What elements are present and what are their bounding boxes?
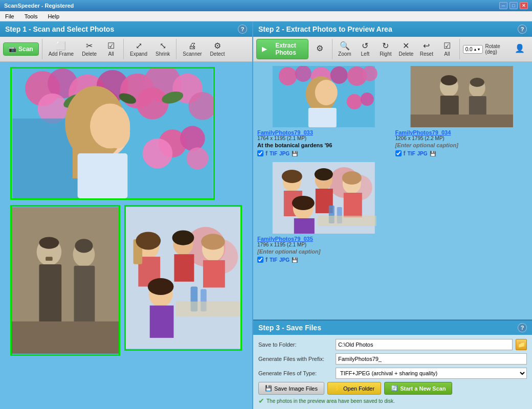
maximize-button[interactable]: □ [509, 2, 518, 9]
save-folder-input[interactable] [336, 339, 513, 350]
tif-badge-3[interactable]: TIF [270, 257, 277, 263]
save-content: Save to Folder: 📁 Generate Files with Pr… [253, 335, 532, 409]
download-icon-3[interactable]: 💾 [292, 257, 298, 263]
file-type-select[interactable]: TIFF+JPEG (archival + sharing quality) [336, 368, 527, 379]
prefix-input[interactable] [336, 353, 527, 365]
preview-area: FamilyPhotos79_033 1764 x 1195 (2.1 MP) … [253, 62, 532, 320]
detect-button[interactable]: ⚙ Detect [207, 40, 228, 59]
menu-help[interactable]: Help [45, 12, 62, 20]
step3-help-icon[interactable]: ? [518, 323, 527, 332]
svg-point-56 [148, 278, 174, 295]
download-icon-1[interactable]: 💾 [292, 151, 298, 156]
share-button[interactable]: 👤 [511, 42, 529, 56]
scan-button[interactable]: 📷 Scan [3, 42, 39, 56]
preview-filename-3[interactable]: FamilyPhotos79_035 [257, 236, 390, 242]
svg-rect-37 [12, 207, 119, 354]
save-status: ✔ The photos in the preview area have be… [258, 397, 527, 405]
photo-girl-image [12, 69, 213, 198]
file-type-row: Generate Files of Type: TIFF+JPEG (archi… [258, 368, 527, 379]
facebook-icon-2[interactable]: f [404, 150, 406, 157]
rotate-right-button[interactable]: ↻ Right [376, 40, 395, 59]
preview-caption-3[interactable]: [Enter optional caption] [257, 248, 390, 255]
step3-header: Step 3 - Save Files ? [253, 321, 532, 335]
svg-point-55 [201, 234, 225, 249]
delete-button[interactable]: ✂ Delete [79, 40, 100, 59]
menu-tools[interactable]: Tools [21, 12, 41, 20]
svg-rect-89 [344, 193, 362, 217]
svg-rect-45 [174, 254, 194, 282]
scanner-icon: 🖨 [188, 42, 196, 50]
menu-file[interactable]: File [2, 12, 17, 20]
new-scan-button[interactable]: 🔄 Start a New Scan [384, 382, 452, 395]
preview-item-1: FamilyPhotos79_033 1764 x 1195 (2.1 MP) … [257, 66, 390, 157]
photo-frame-group[interactable] [124, 205, 242, 351]
svg-point-68 [361, 93, 374, 106]
jpg-badge-1[interactable]: JPG [279, 151, 290, 156]
preview-dims-2: 1206 x 1795 (2.2 MP) [395, 135, 528, 141]
preview-caption-2[interactable]: [Enter optional caption] [395, 142, 528, 148]
scanner-button[interactable]: 🖨 Scanner [180, 40, 205, 59]
file-type-label: Generate Files of Type: [258, 370, 332, 376]
save-images-icon: 💾 [265, 385, 272, 392]
zoom-button[interactable]: 🔍 Zoom [336, 40, 354, 59]
all-button[interactable]: ☑ All [102, 40, 120, 59]
rotate-right-icon: ↻ [382, 42, 389, 50]
jpg-badge-3[interactable]: JPG [279, 257, 290, 263]
tif-badge-2[interactable]: TIF [408, 151, 415, 156]
toolbar-separator-2 [123, 39, 124, 59]
preview-checkbox-1[interactable] [257, 150, 263, 156]
step2-title: Step 2 - Extract Photos to Preview Area [258, 25, 392, 33]
rotate-left-button[interactable]: ↺ Left [356, 40, 374, 59]
delete-icon: ✂ [86, 42, 93, 50]
download-icon-2[interactable]: 💾 [430, 151, 436, 156]
preview-item-2: FamilyPhotos79_034 1206 x 1795 (2.2 MP) … [395, 66, 528, 157]
svg-rect-66 [308, 108, 337, 127]
svg-point-90 [342, 171, 362, 185]
extract-photos-button[interactable]: ▶ Extract Photos [256, 39, 308, 59]
svg-rect-47 [203, 260, 225, 288]
photo-frame-portrait[interactable] [10, 205, 120, 356]
photo-frame-girl[interactable] [10, 67, 215, 200]
shrink-button[interactable]: ⤡ Shrink [152, 40, 173, 59]
step2-help-icon[interactable]: ? [518, 25, 527, 34]
preview-dims-3: 1796 x 1195 (2.1 MP) [257, 242, 390, 247]
preview-thumb-3 [257, 162, 390, 234]
facebook-icon-1[interactable]: f [265, 150, 268, 157]
close-button[interactable]: ✕ [520, 2, 528, 9]
reset-button[interactable]: ↩ Reset [417, 40, 436, 59]
preview-thumb-3-image [257, 162, 390, 234]
tif-badge-1[interactable]: TIF [270, 151, 277, 156]
svg-rect-78 [410, 66, 513, 127]
preview-caption-1[interactable]: At the botanical gardens '96 [257, 142, 390, 148]
facebook-icon-3[interactable]: f [265, 256, 268, 263]
new-scan-icon: 🔄 [391, 385, 398, 392]
svg-point-93 [292, 196, 315, 210]
step2-header: Step 2 - Extract Photos to Preview Area … [253, 21, 532, 37]
add-frame-button[interactable]: ⬜ Add Frame [46, 40, 77, 59]
delete-extract-button[interactable]: ✕ Delete [397, 40, 415, 59]
svg-point-20 [105, 119, 130, 149]
preview-filename-1[interactable]: FamilyPhotos79_033 [257, 129, 390, 135]
save-images-button[interactable]: 💾 Save Image Files [258, 382, 324, 395]
all-icon: ☑ [107, 42, 115, 50]
step1-help-icon[interactable]: ? [238, 25, 247, 34]
preview-filename-2[interactable]: FamilyPhotos79_034 [395, 129, 528, 135]
expand-button[interactable]: ⤢ Expand [127, 40, 150, 59]
jpg-badge-2[interactable]: JPG [417, 151, 428, 156]
open-folder-button[interactable]: ⚡ Open Folder [327, 382, 381, 395]
rotate-value-control[interactable]: 0.0 ▲▼ [463, 45, 483, 54]
svg-point-61 [330, 66, 348, 84]
extract-toolbar: ▶ Extract Photos ⚙ 🔍 Zoom ↺ Left ↻ Right… [253, 37, 532, 62]
zoom-icon: 🔍 [340, 42, 350, 50]
browse-folder-button[interactable]: 📁 [516, 339, 527, 350]
prefix-row: Generate Files with Prefix: [258, 353, 527, 365]
svg-point-10 [137, 87, 169, 120]
all-extract-button[interactable]: ☑ All [438, 40, 456, 59]
share-icon: 👤 [515, 44, 525, 53]
svg-point-58 [279, 67, 297, 85]
preview-checkbox-3[interactable] [257, 257, 263, 263]
svg-point-53 [136, 232, 161, 249]
preview-checkbox-2[interactable] [395, 150, 402, 156]
settings-button[interactable]: ⚙ [311, 42, 329, 56]
minimize-button[interactable]: ─ [499, 2, 507, 9]
